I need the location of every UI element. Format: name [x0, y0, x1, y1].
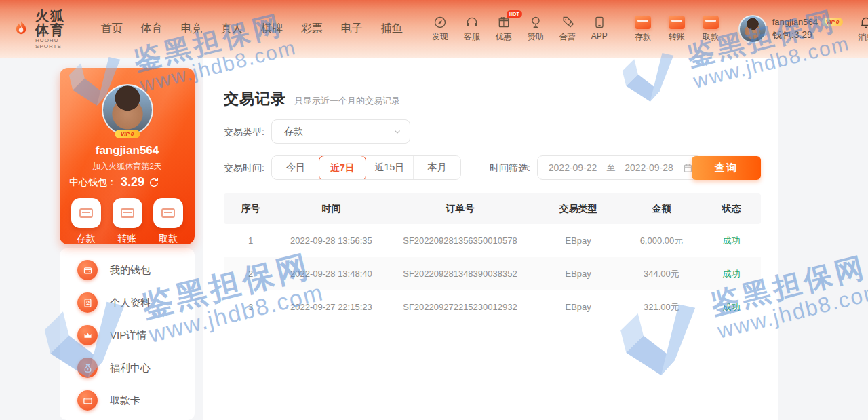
time-option-month[interactable]: 本月	[413, 156, 460, 179]
cell-no: 2	[224, 269, 277, 279]
nav-item-chess[interactable]: 棋牌	[261, 22, 283, 36]
sidebar-item-withdraw-card[interactable]: 取款卡	[60, 384, 195, 417]
sidebar-item-my-wallet[interactable]: 我的钱包	[60, 254, 195, 286]
cell-type: EBpay	[535, 302, 621, 312]
wallet-balance: 钱包:3.29	[772, 29, 844, 41]
cell-no: 3	[224, 302, 277, 312]
nav-item-lottery[interactable]: 彩票	[301, 22, 323, 36]
quick-app[interactable]: APP	[589, 16, 610, 43]
type-filter-label: 交易类型:	[224, 119, 264, 144]
brand-text: 火狐体育 HUOHU SPORTS	[35, 9, 73, 50]
chevron-down-icon	[393, 128, 401, 136]
table-row: 1 2022-09-28 13:56:35 SF2022092813563500…	[224, 224, 761, 257]
gift-icon	[497, 16, 511, 29]
nav-item-live[interactable]: 真人	[221, 22, 243, 36]
user-block[interactable]: fangjian564 VIP 0 钱包:3.29	[738, 15, 844, 43]
page-title: 交易记录	[224, 89, 286, 109]
cell-time: 2022-09-28 13:56:35	[277, 235, 384, 246]
brand-name-cn: 火狐体育	[35, 9, 73, 37]
nav-item-home[interactable]: 首页	[101, 22, 123, 36]
tags-icon	[561, 16, 574, 29]
cell-order: SF202209281348390038352	[385, 269, 536, 279]
main-panel: 交易记录 只显示近一个月的交易记录 交易类型: 存款 交易时间: 今日 近7日 …	[203, 58, 778, 420]
sidebar-menu: 我的钱包 个人资料 VIP详情 福利中心 取款卡	[60, 248, 195, 420]
col-header-status: 状态	[702, 203, 761, 215]
crown-icon	[77, 325, 98, 345]
deposit-quick-button[interactable]: 存款	[633, 16, 653, 43]
sidebar-item-vip-details[interactable]: VIP详情	[60, 319, 195, 351]
time-filter-row: 交易时间: 今日 近7日 近15日 本月 时间筛选: 2022-09-22 至 …	[224, 155, 702, 180]
wallet-amount: 3.29	[121, 175, 144, 189]
main-nav: 首页 体育 电竞 真人 棋牌 彩票 电子 捕鱼	[101, 22, 403, 36]
search-button[interactable]: 查询	[692, 156, 761, 180]
compass-icon	[433, 16, 447, 29]
col-header-no: 序号	[224, 203, 277, 215]
quick-partner[interactable]: 合营	[557, 16, 578, 43]
profile-avatar[interactable]	[102, 84, 153, 136]
time-option-15days[interactable]: 近15日	[366, 156, 413, 179]
quick-promo[interactable]: HOT 优惠	[494, 16, 514, 43]
type-filter-row: 交易类型: 存款	[224, 119, 410, 144]
transactions-table: 序号 时间 订单号 交易类型 金额 状态 1 2022-09-28 13:56:…	[224, 193, 761, 324]
time-range-group: 今日 近7日 近15日 本月	[271, 155, 461, 180]
time-option-7days[interactable]: 近7日	[319, 155, 366, 180]
table-header-row: 序号 时间 订单号 交易类型 金额 状态	[224, 193, 761, 224]
phone-icon	[593, 16, 606, 29]
cell-type: EBpay	[535, 235, 621, 246]
date-from[interactable]: 2022-09-22	[549, 162, 597, 173]
cell-type: EBpay	[535, 269, 621, 279]
quick-sponsor[interactable]: 赞助	[526, 16, 546, 43]
col-header-order: 订单号	[385, 203, 536, 215]
profile-withdraw-button[interactable]: 取款	[153, 198, 183, 245]
profile-icon	[77, 292, 98, 313]
refresh-icon[interactable]	[149, 177, 159, 188]
user-avatar[interactable]	[738, 15, 767, 43]
withdraw-icon	[703, 16, 719, 29]
profile-card: VIP 0 fangjian564 加入火狐体育第2天 中心钱包： 3.29 存…	[60, 68, 195, 244]
date-to[interactable]: 2022-09-28	[625, 162, 673, 173]
nav-item-fishing[interactable]: 捕鱼	[381, 22, 403, 36]
table-row: 3 2022-09-27 22:15:23 SF2022092722152300…	[224, 290, 761, 324]
top-navbar: 火狐体育 HUOHU SPORTS 首页 体育 电竞 真人 棋牌 彩票 电子 捕…	[0, 0, 868, 58]
cell-amount: 344.00元	[621, 268, 702, 280]
quick-support[interactable]: 客服	[462, 16, 482, 43]
cell-no: 1	[224, 235, 277, 246]
cell-status: 成功	[702, 268, 761, 280]
award-icon	[529, 16, 542, 29]
cell-order: SF202209281356350010578	[385, 235, 536, 246]
nav-item-sports[interactable]: 体育	[141, 22, 163, 36]
date-range-picker[interactable]: 2022-09-22 至 2022-09-28	[537, 155, 702, 180]
withdraw-quick-button[interactable]: 取款	[701, 16, 721, 43]
withdraw-card-icon	[153, 198, 183, 228]
date-separator: 至	[606, 161, 615, 174]
transaction-type-select[interactable]: 存款	[271, 119, 410, 144]
sidebar-item-personal-info[interactable]: 个人资料	[60, 286, 195, 319]
cell-time: 2022-09-28 13:48:40	[277, 269, 384, 279]
col-header-amount: 金额	[621, 203, 702, 215]
sidebar-item-benefits-center[interactable]: 福利中心	[60, 351, 195, 384]
wallet-quick-actions: 存款 转账 取款	[633, 16, 721, 43]
moneybag-icon	[77, 358, 98, 378]
transfer-quick-button[interactable]: 转账	[667, 16, 687, 43]
time-option-today[interactable]: 今日	[272, 156, 319, 179]
cell-amount: 6,000.00元	[621, 235, 702, 247]
time-filter-label: 交易时间:	[224, 155, 264, 180]
deposit-icon	[635, 16, 651, 29]
profile-transfer-button[interactable]: 转账	[113, 198, 142, 245]
profile-vip-badge: VIP 0	[115, 130, 140, 138]
username: fangjian564	[772, 17, 818, 27]
brand-logo[interactable]: 火狐体育 HUOHU SPORTS	[12, 9, 73, 50]
profile-username: fangjian564	[60, 144, 195, 157]
brand-name-en: HUOHU SPORTS	[35, 37, 73, 50]
profile-deposit-button[interactable]: 存款	[71, 198, 101, 245]
cell-order: SF202209272215230012932	[385, 302, 536, 312]
profile-joined-text: 加入火狐体育第2天	[60, 161, 195, 172]
flame-logo-icon	[12, 15, 30, 43]
nav-item-slots[interactable]: 电子	[341, 22, 363, 36]
messages-button[interactable]: 30 消息	[858, 15, 868, 43]
cell-amount: 321.00元	[621, 301, 702, 313]
cell-status: 成功	[702, 301, 761, 313]
nav-item-esports[interactable]: 电竞	[181, 22, 203, 36]
selected-type: 存款	[284, 126, 303, 138]
quick-discover[interactable]: 发现	[430, 16, 450, 43]
